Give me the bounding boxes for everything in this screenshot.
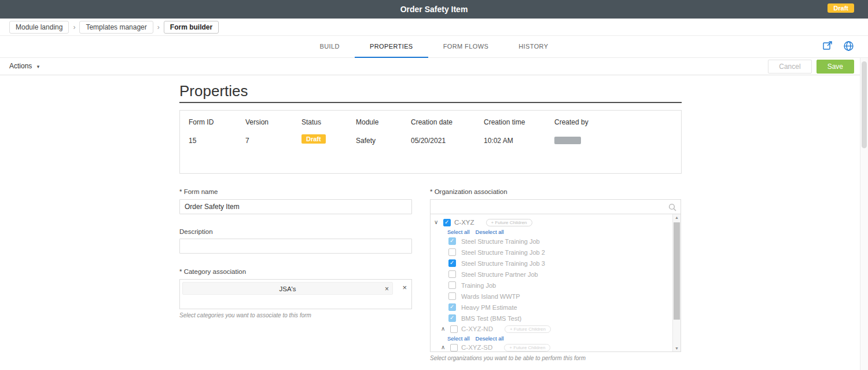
form-id-value: 15 [189, 137, 196, 145]
actions-dropdown-label: Actions [9, 62, 32, 70]
col-version: Version [245, 118, 269, 126]
org-checkbox-c-xyz[interactable] [443, 219, 451, 226]
deselect-all-link[interactable]: Deselect all [476, 335, 504, 342]
tab-build[interactable]: BUILD [305, 36, 355, 58]
org-child-label: Steel Structure Partner Job [461, 271, 538, 278]
org-checkbox-child[interactable] [448, 270, 456, 278]
draft-status-badge: Draft [827, 3, 854, 13]
properties-content: Properties Form ID Version Status Module… [0, 75, 860, 370]
scroll-up-icon[interactable]: ▲ [673, 215, 681, 219]
search-icon [668, 203, 676, 211]
org-parent-row: ∨ C-XYZ + Future Children [431, 217, 672, 228]
page-title: Order Safety Item [0, 0, 868, 19]
chevron-down-icon[interactable]: ∨ [434, 219, 440, 225]
breadcrumb-templates-manager[interactable]: Templates manager [79, 21, 153, 34]
org-child-row: Steel Structure Partner Job [431, 269, 672, 280]
export-icon[interactable] [822, 41, 833, 52]
future-children-badge: + Future Children [505, 325, 551, 333]
breadcrumb-form-builder[interactable]: Form builder [164, 21, 219, 34]
category-chip-label: JSA's [279, 285, 296, 292]
properties-heading: Properties [179, 82, 248, 100]
breadcrumb-module-landing[interactable]: Module landing [9, 21, 69, 34]
remove-category-icon[interactable]: × [385, 283, 389, 295]
actions-dropdown[interactable]: Actions ▾ [9, 62, 39, 70]
breadcrumb-separator-icon: › [73, 23, 75, 31]
org-checkbox-child[interactable] [448, 314, 456, 322]
org-parent-name: C-XYZ-SD [461, 344, 492, 351]
org-checkbox-child[interactable] [448, 259, 456, 267]
category-chip: JSA's × [182, 282, 393, 295]
tabs-bar: BUILD PROPERTIES FORM FLOWS HISTORY [0, 36, 868, 58]
breadcrumb: Module landing › Templates manager › For… [0, 19, 868, 36]
save-button[interactable]: Save [816, 60, 854, 74]
org-checkbox-child[interactable] [448, 237, 456, 245]
tree-scrollbar[interactable]: ▲ ▼ [672, 214, 681, 351]
org-checkbox-child[interactable] [448, 303, 456, 311]
tree-scrollbar-thumb[interactable] [674, 222, 680, 320]
future-children-badge: + Future Children [504, 344, 550, 351]
col-creation-date: Creation date [411, 118, 453, 126]
clear-categories-icon[interactable]: × [402, 283, 407, 292]
creation-time-value: 10:02 AM [484, 137, 513, 145]
tab-form-flows[interactable]: FORM FLOWS [428, 36, 504, 58]
org-child-label: Steel Structure Training Job 3 [461, 260, 545, 267]
category-association-label: * Category association [179, 268, 246, 275]
org-select-links: Select all Deselect all [431, 228, 672, 236]
organization-tree-rows: ∨ C-XYZ + Future Children Select all Des… [431, 214, 672, 351]
org-child-label: Training Job [461, 282, 496, 289]
future-children-badge: + Future Children [486, 219, 532, 226]
created-by-value [554, 137, 581, 146]
org-child-label: Steel Structure Training Job [461, 238, 540, 245]
org-child-label: Wards Island WWTP [461, 293, 520, 300]
org-checkbox-c-xyz-nd[interactable] [450, 325, 458, 333]
org-child-label: Steel Structure Training Job 2 [461, 249, 545, 256]
globe-icon[interactable] [843, 41, 854, 52]
description-label: Description [179, 228, 213, 235]
deselect-all-link[interactable]: Deselect all [476, 229, 504, 235]
org-parent-name: C-XYZ-ND [461, 325, 493, 332]
org-parent-row: ∧ C-XYZ-SD + Future Children [431, 342, 672, 351]
page-scrollbar[interactable] [860, 58, 868, 370]
form-name-label: * Form name [179, 188, 218, 195]
org-checkbox-c-xyz-sd[interactable] [450, 344, 458, 351]
org-parent-row: ∧ C-XYZ-ND + Future Children [431, 324, 672, 334]
org-checkbox-child[interactable] [448, 292, 456, 300]
org-parent-name: C-XYZ [454, 219, 475, 226]
organization-association-label: * Organization association [430, 188, 507, 195]
organization-tree: ∨ C-XYZ + Future Children Select all Des… [430, 214, 681, 352]
module-value: Safety [356, 137, 376, 145]
org-child-row: Heavy PM Estimate [431, 302, 672, 313]
org-child-label: Heavy PM Estimate [461, 304, 517, 311]
cancel-button[interactable]: Cancel [768, 60, 811, 74]
select-all-link[interactable]: Select all [447, 335, 470, 342]
tab-history[interactable]: HISTORY [503, 36, 563, 58]
org-checkbox-child[interactable] [448, 281, 456, 289]
org-child-row: Steel Structure Training Job 3 [431, 258, 672, 269]
chevron-up-icon[interactable]: ∧ [441, 326, 447, 332]
chevron-up-icon[interactable]: ∧ [441, 345, 447, 350]
toolbar-buttons: Cancel Save [768, 60, 854, 74]
category-association-field[interactable]: JSA's × × [179, 279, 412, 309]
org-child-row: Steel Structure Training Job [431, 236, 672, 247]
col-creation-time: Creation time [484, 118, 525, 126]
organization-helper-text: Select organizations you want to be able… [430, 355, 586, 361]
actions-toolbar: Actions ▾ Cancel Save [0, 58, 868, 75]
organization-search-input[interactable] [430, 199, 681, 214]
version-value: 7 [245, 137, 249, 145]
tab-properties[interactable]: PROPERTIES [355, 36, 428, 58]
page-scrollbar-thumb[interactable] [862, 61, 867, 148]
org-checkbox-child[interactable] [448, 248, 456, 256]
app-header: Order Safety Item Draft [0, 0, 868, 19]
col-status: Status [301, 118, 321, 126]
col-form-id: Form ID [189, 118, 214, 126]
breadcrumb-separator-icon: › [157, 23, 160, 31]
redacted-created-by [554, 137, 581, 144]
heading-rule [179, 102, 682, 103]
status-draft-badge: Draft [301, 134, 326, 144]
description-input[interactable] [179, 239, 412, 254]
form-name-input[interactable] [179, 199, 412, 214]
select-all-link[interactable]: Select all [447, 229, 470, 235]
tabs-right-icons [822, 41, 854, 52]
creation-date-value: 05/20/2021 [411, 137, 446, 145]
scroll-down-icon[interactable]: ▼ [673, 346, 681, 350]
